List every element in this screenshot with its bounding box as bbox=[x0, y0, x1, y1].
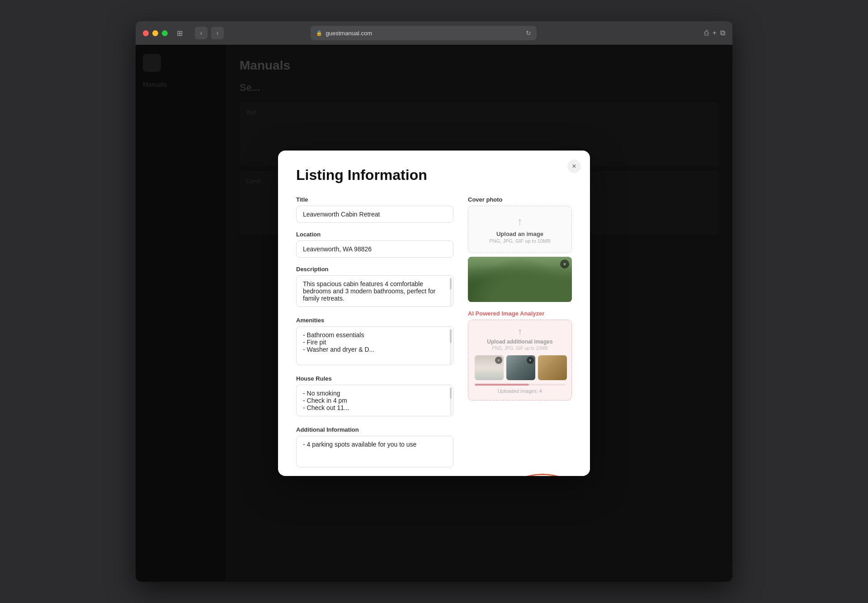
house-rules-textarea-wrapper: - No smoking - Check in 4 pm - Check out… bbox=[296, 385, 453, 418]
ai-upload-area[interactable]: ↑ Upload additional images PNG, JPG, GIF… bbox=[475, 326, 565, 351]
cover-photo-label: Cover photo bbox=[468, 196, 572, 203]
url-text: guestmanual.com bbox=[326, 30, 373, 37]
ai-images-row: × × bbox=[475, 355, 565, 380]
amenities-label: Amenities bbox=[296, 317, 453, 324]
back-button[interactable]: ‹ bbox=[195, 27, 208, 39]
description-field-group: Description This spacious cabin features… bbox=[296, 266, 453, 309]
ai-uploaded-count: Uploaded images: 4 bbox=[475, 388, 565, 394]
refresh-icon[interactable]: ↻ bbox=[526, 29, 531, 37]
cover-image-remove-button[interactable]: × bbox=[560, 259, 569, 269]
ai-section: AI Powered Image Analyzer ↑ Upload addit… bbox=[468, 310, 572, 400]
house-rules-field-group: House Rules - No smoking - Check in 4 pm… bbox=[296, 375, 453, 418]
cover-image-visual bbox=[468, 257, 572, 302]
amenities-textarea-wrapper: - Bathroom essentials - Fire pit - Washe… bbox=[296, 326, 453, 367]
generate-button-highlight-circle bbox=[511, 474, 574, 476]
forward-button[interactable]: › bbox=[211, 27, 224, 39]
ai-thumb-1: × bbox=[475, 355, 504, 380]
browser-content: Manuals Manuals Se... Yurt Cond... × Lis… bbox=[136, 45, 732, 582]
ai-upload-hint: PNG, JPG, GIF up to 10MB bbox=[492, 346, 548, 351]
ai-section-label: AI Powered Image Analyzer bbox=[468, 310, 572, 317]
amenities-scrollbar-thumb bbox=[450, 329, 452, 343]
amenities-scrollbar bbox=[450, 329, 452, 364]
lock-icon: 🔒 bbox=[316, 30, 322, 36]
modal-body: Title Location Description This bbox=[296, 196, 572, 467]
listing-information-modal: × Listing Information Title Location bbox=[278, 151, 590, 476]
ai-thumbnail-image-3 bbox=[538, 355, 567, 380]
house-rules-scrollbar bbox=[450, 387, 452, 415]
additional-info-textarea[interactable]: - 4 parking spots available for you to u… bbox=[296, 436, 453, 467]
ai-thumb-2: × bbox=[506, 355, 535, 380]
amenities-textarea[interactable]: - Bathroom essentials - Fire pit - Washe… bbox=[296, 326, 453, 365]
modal-title: Listing Information bbox=[296, 167, 572, 184]
modal-left-column: Title Location Description This bbox=[296, 196, 453, 467]
browser-nav-controls: ‹ › bbox=[195, 27, 224, 39]
modal-overlay: × Listing Information Title Location bbox=[136, 45, 732, 582]
house-rules-scrollbar-thumb bbox=[450, 387, 452, 399]
maximize-traffic-light[interactable] bbox=[162, 30, 168, 36]
traffic-lights bbox=[143, 30, 168, 36]
cover-photo-upload-text: Upload an image bbox=[496, 231, 543, 237]
ai-progress-bar bbox=[475, 384, 565, 386]
description-label: Description bbox=[296, 266, 453, 273]
modal-close-button[interactable]: × bbox=[567, 160, 581, 173]
description-scrollbar bbox=[450, 278, 452, 306]
browser-actions: ⎙ + ⧉ bbox=[704, 29, 725, 37]
tabs-icon[interactable]: ⧉ bbox=[720, 29, 725, 37]
cover-photo-upload-box[interactable]: ↑ Upload an image PNG, JPG, GIF up to 10… bbox=[468, 206, 572, 253]
new-tab-icon[interactable]: + bbox=[712, 29, 717, 37]
location-label: Location bbox=[296, 231, 453, 238]
cover-image bbox=[468, 257, 572, 302]
title-label: Title bbox=[296, 196, 453, 203]
location-input[interactable] bbox=[296, 240, 453, 258]
amenities-field-group: Amenities - Bathroom essentials - Fire p… bbox=[296, 317, 453, 367]
description-textarea-wrapper: This spacious cabin features 4 comfortab… bbox=[296, 275, 453, 309]
location-field-group: Location bbox=[296, 231, 453, 258]
ai-thumb-remove-2[interactable]: × bbox=[527, 357, 534, 364]
house-rules-label: House Rules bbox=[296, 375, 453, 382]
description-textarea[interactable]: This spacious cabin features 4 comfortab… bbox=[296, 275, 453, 307]
ai-upload-text: Upload additional images bbox=[487, 339, 552, 345]
ai-upload-icon: ↑ bbox=[518, 326, 522, 337]
cover-image-container: × bbox=[468, 257, 572, 302]
browser-titlebar: ⊞ ‹ › 🔒 guestmanual.com ↻ ⎙ + ⧉ bbox=[136, 21, 732, 45]
additional-info-field-group: Additional Information - 4 parking spots… bbox=[296, 426, 453, 467]
minimize-traffic-light[interactable] bbox=[152, 30, 158, 36]
close-traffic-light[interactable] bbox=[143, 30, 149, 36]
ai-thumb-remove-1[interactable]: × bbox=[495, 357, 502, 364]
cover-photo-section: Cover photo ↑ Upload an image PNG, JPG, … bbox=[468, 196, 572, 302]
upload-icon: ↑ bbox=[517, 215, 523, 228]
modal-right-column: Cover photo ↑ Upload an image PNG, JPG, … bbox=[468, 196, 572, 467]
cover-photo-upload-hint: PNG, JPG, GIF up to 10MB bbox=[489, 238, 550, 244]
share-icon[interactable]: ⎙ bbox=[704, 29, 709, 37]
ai-progress-fill bbox=[475, 384, 529, 386]
ai-upload-box: ↑ Upload additional images PNG, JPG, GIF… bbox=[468, 320, 572, 400]
sidebar-toggle-icon[interactable]: ⊞ bbox=[173, 27, 186, 39]
browser-window: ⊞ ‹ › 🔒 guestmanual.com ↻ ⎙ + ⧉ Manuals … bbox=[136, 21, 732, 582]
house-rules-textarea[interactable]: - No smoking - Check in 4 pm - Check out… bbox=[296, 385, 453, 416]
additional-info-label: Additional Information bbox=[296, 426, 453, 433]
ai-thumb-3 bbox=[538, 355, 567, 380]
description-scrollbar-thumb bbox=[450, 278, 452, 289]
title-input[interactable] bbox=[296, 206, 453, 223]
title-field-group: Title bbox=[296, 196, 453, 223]
address-bar[interactable]: 🔒 guestmanual.com ↻ bbox=[311, 26, 537, 40]
